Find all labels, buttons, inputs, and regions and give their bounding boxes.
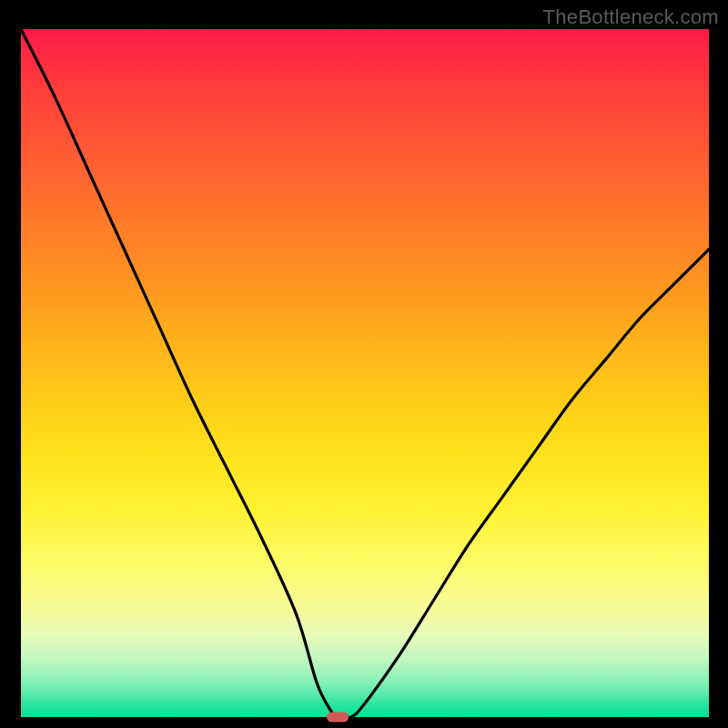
watermark-text: TheBottleneck.com (543, 5, 719, 29)
bottleneck-curve (21, 29, 709, 717)
plot-area (21, 29, 709, 717)
curve-path (21, 29, 709, 717)
optimal-point-marker (327, 713, 349, 723)
chart-container: TheBottleneck.com (0, 0, 728, 728)
